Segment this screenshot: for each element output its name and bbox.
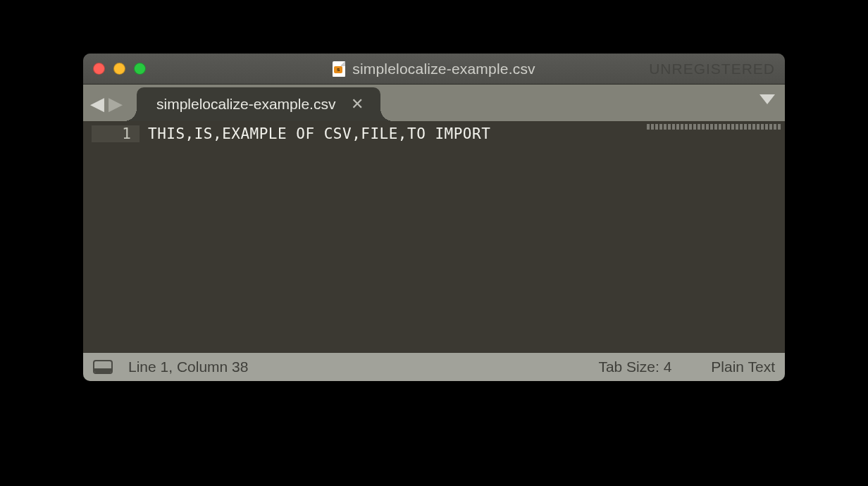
svg-marker-0 xyxy=(760,94,775,104)
history-forward-icon[interactable]: ▶ xyxy=(107,93,124,114)
editor-window: simplelocalize-example.csv UNREGISTERED … xyxy=(83,54,785,381)
registration-status: UNREGISTERED xyxy=(649,61,775,77)
tab-menu-button[interactable] xyxy=(760,94,775,104)
line-gutter: 1 xyxy=(83,121,140,353)
history-back-icon[interactable]: ◀ xyxy=(89,93,106,114)
cursor-position[interactable]: Line 1, Column 38 xyxy=(128,359,248,375)
panel-toggle-icon[interactable] xyxy=(93,360,113,374)
tab-active[interactable]: simplelocalize-example.csv ✕ xyxy=(137,87,380,121)
status-bar: Line 1, Column 38 Tab Size: 4 Plain Text xyxy=(83,353,785,381)
editor-area[interactable]: 1 THIS,IS,EXAMPLE OF CSV,FILE,TO IMPORT xyxy=(83,121,785,353)
minimap[interactable] xyxy=(647,124,781,130)
titlebar[interactable]: simplelocalize-example.csv UNREGISTERED xyxy=(83,54,785,85)
maximize-button[interactable] xyxy=(134,63,146,75)
file-icon xyxy=(333,61,345,77)
tab-bar: ◀ ▶ simplelocalize-example.csv ✕ xyxy=(83,85,785,121)
line-number: 1 xyxy=(92,125,140,142)
close-button[interactable] xyxy=(93,63,105,75)
tab-label: simplelocalize-example.csv xyxy=(156,96,335,113)
window-title: simplelocalize-example.csv xyxy=(352,61,535,77)
tab-size-indicator[interactable]: Tab Size: 4 xyxy=(598,359,671,375)
tab-history-nav: ◀ ▶ xyxy=(83,93,130,121)
minimize-button[interactable] xyxy=(113,63,125,75)
window-controls xyxy=(93,63,146,75)
syntax-indicator[interactable]: Plain Text xyxy=(711,359,775,375)
code-content[interactable]: THIS,IS,EXAMPLE OF CSV,FILE,TO IMPORT xyxy=(140,121,785,353)
close-icon[interactable]: ✕ xyxy=(351,96,364,112)
code-line: THIS,IS,EXAMPLE OF CSV,FILE,TO IMPORT xyxy=(148,125,490,142)
